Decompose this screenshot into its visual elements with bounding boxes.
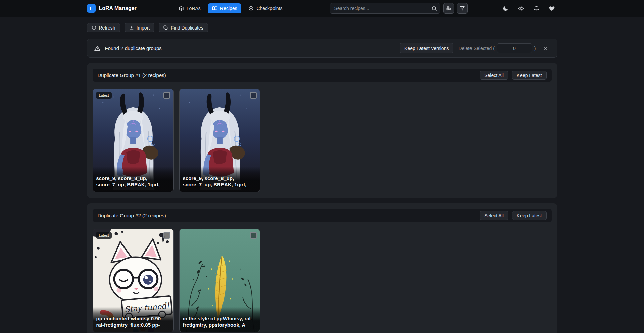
group-title: Duplicate Group #1 (2 recipes) <box>98 72 166 78</box>
tab-label: LoRAs <box>187 6 201 11</box>
import-icon <box>129 25 134 30</box>
moon-icon <box>502 5 509 12</box>
tab-label: Checkpoints <box>256 6 282 11</box>
latest-badge: Latest <box>96 232 112 239</box>
import-button[interactable]: Import <box>125 23 155 32</box>
keep-latest-label: Keep Latest <box>517 73 542 78</box>
tab-label: Recipes <box>220 6 237 11</box>
delete-count-input[interactable] <box>497 43 532 53</box>
settings-button[interactable] <box>516 3 527 14</box>
find-duplicates-button[interactable]: Find Duplicates <box>159 23 208 32</box>
search-input[interactable] <box>330 3 440 14</box>
banner-close-button[interactable] <box>541 44 550 53</box>
recipes-icon <box>212 6 217 11</box>
card-row: Latest pp-enchanted-whimsy:0.90 ral-frct… <box>93 229 552 332</box>
keep-latest-versions-label: Keep Latest Versions <box>404 46 449 51</box>
recipe-checkbox[interactable] <box>250 92 257 99</box>
select-all-button[interactable]: Select All <box>480 71 508 80</box>
keep-latest-label: Keep Latest <box>517 213 542 218</box>
refresh-label: Refresh <box>99 25 115 31</box>
checkpoints-icon <box>248 6 254 11</box>
funnel-icon <box>460 6 465 11</box>
recipe-card[interactable]: in the style of ppWhimsy, ral-frctlgmtry… <box>179 229 260 332</box>
nav-icons <box>500 3 557 14</box>
recipe-checkbox[interactable] <box>163 232 170 239</box>
sliders-button[interactable] <box>443 3 454 14</box>
latest-badge: Latest <box>96 92 112 99</box>
refresh-icon <box>92 25 96 30</box>
refresh-button[interactable]: Refresh <box>87 23 120 32</box>
banner-message: Found 2 duplicate groups <box>105 45 162 51</box>
heart-icon <box>549 5 555 12</box>
navbar: L LoRA Manager LoRAs Recipes Checkpoin <box>0 0 644 17</box>
import-label: Import <box>137 25 150 31</box>
bell-icon <box>533 5 540 12</box>
recipe-checkbox[interactable] <box>163 92 170 99</box>
toolbar: Refresh Import Find Duplicates <box>87 23 557 32</box>
warning-icon <box>94 45 101 52</box>
delete-selected-group: Delete Selected ( ) <box>458 43 536 53</box>
main-content: Refresh Import Find Duplicates Found 2 d… <box>87 23 557 333</box>
favorites-button[interactable] <box>547 3 557 14</box>
delete-selected-label: Delete Selected ( <box>458 46 494 51</box>
tab-checkpoints[interactable]: Checkpoints <box>244 3 287 13</box>
recipe-card[interactable]: score_9, score_8_up, score_7_up, BREAK, … <box>179 89 260 192</box>
gear-icon <box>518 5 524 12</box>
delete-selected-suffix: ) <box>534 46 536 51</box>
card-row: Latest score_9, score_8_up, score_7_up, … <box>93 89 552 192</box>
sliders-icon <box>446 6 451 11</box>
loras-icon <box>179 6 184 11</box>
recipe-card[interactable]: Latest pp-enchanted-whimsy:0.90 ral-frct… <box>93 229 174 332</box>
search-icon <box>431 6 437 11</box>
nav-tabs: LoRAs Recipes Checkpoints <box>174 3 287 13</box>
duplicate-group-panel-2: Duplicate Group #2 (2 recipes) Select Al… <box>87 203 557 333</box>
group-header: Duplicate Group #2 (2 recipes) Select Al… <box>93 209 552 222</box>
keep-latest-button[interactable]: Keep Latest <box>512 211 547 220</box>
select-all-button[interactable]: Select All <box>480 211 508 220</box>
keep-latest-versions-button[interactable]: Keep Latest Versions <box>400 43 453 53</box>
copy-icon <box>163 25 168 30</box>
select-all-label: Select All <box>484 213 504 218</box>
tab-loras[interactable]: LoRAs <box>174 3 205 13</box>
find-duplicates-label: Find Duplicates <box>171 25 203 31</box>
theme-toggle-button[interactable] <box>500 3 511 14</box>
tab-recipes[interactable]: Recipes <box>208 3 242 13</box>
brand: L LoRA Manager <box>87 4 137 13</box>
recipe-caption: score_9, score_8_up, score_7_up, BREAK, … <box>180 167 260 192</box>
recipe-caption: pp-enchanted-whimsy:0.90 ral-frctlgmtry_… <box>93 307 173 332</box>
search-button[interactable] <box>429 4 439 13</box>
duplicates-banner: Found 2 duplicate groups Keep Latest Ver… <box>87 39 557 58</box>
brand-title: LoRA Manager <box>99 5 137 11</box>
close-icon <box>543 45 548 51</box>
recipe-caption: in the style of ppWhimsy, ral-frctlgmtry… <box>180 307 260 332</box>
notifications-button[interactable] <box>531 3 542 14</box>
select-all-label: Select All <box>484 73 504 78</box>
search-group <box>330 3 468 14</box>
group-title: Duplicate Group #2 (2 recipes) <box>98 213 166 218</box>
duplicate-group-panel-1: Duplicate Group #1 (2 recipes) Select Al… <box>87 63 557 198</box>
filter-button[interactable] <box>457 3 468 14</box>
recipe-card[interactable]: Latest score_9, score_8_up, score_7_up, … <box>93 89 174 192</box>
app-logo: L <box>87 4 96 13</box>
recipe-checkbox[interactable] <box>250 232 257 239</box>
keep-latest-button[interactable]: Keep Latest <box>512 71 547 80</box>
group-header: Duplicate Group #1 (2 recipes) Select Al… <box>93 69 552 82</box>
recipe-caption: score_9, score_8_up, score_7_up, BREAK, … <box>93 167 173 192</box>
